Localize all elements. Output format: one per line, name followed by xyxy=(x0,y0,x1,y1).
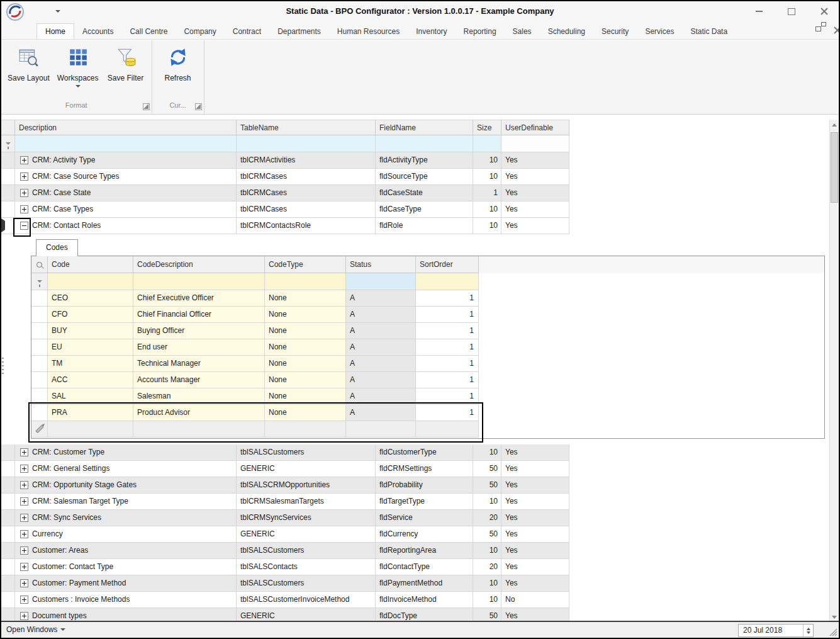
refresh-button[interactable]: Refresh xyxy=(155,42,201,98)
code-description-cell[interactable]: Chief Executive Officer xyxy=(133,290,265,307)
table-row[interactable]: CRM: Activity Type tblCRMActivities fldA… xyxy=(1,152,829,169)
code-type-cell[interactable]: None xyxy=(265,290,346,307)
code-cell[interactable]: CFO xyxy=(48,307,133,323)
table-row[interactable]: Customer: Areas tblSALSCustomers fldRepo… xyxy=(1,543,829,559)
ribbon-tab[interactable]: Reporting xyxy=(456,24,505,39)
code-row[interactable]: BUY Buying Officer None A 1 xyxy=(31,323,824,339)
ribbon-tab[interactable]: Call Centre xyxy=(121,24,176,39)
code-row[interactable]: SAL Salesman None A 1 xyxy=(31,388,824,405)
table-row[interactable]: Document types GENERIC fldDocType 50 Yes xyxy=(1,608,829,622)
code-type-cell[interactable]: None xyxy=(265,405,346,421)
table-row[interactable]: CRM: Customer Type tblSALSCustomers fldC… xyxy=(1,444,829,461)
date-spinner[interactable] xyxy=(803,625,813,636)
code-description-cell[interactable]: Chief Financial Officer xyxy=(133,307,265,323)
expand-icon[interactable] xyxy=(20,448,28,456)
code-description-cell[interactable]: Buying Officer xyxy=(133,323,265,339)
code-row[interactable]: CFO Chief Financial Officer None A 1 xyxy=(31,307,824,323)
save-layout-button[interactable]: Save Layout xyxy=(4,42,53,98)
new-code-row[interactable] xyxy=(31,421,824,438)
ribbon-tab[interactable]: Home xyxy=(36,23,74,39)
code-row[interactable]: ACC Accounts Manager None A 1 xyxy=(31,372,824,388)
column-header-code[interactable]: Code xyxy=(48,256,133,273)
expand-icon[interactable] xyxy=(20,497,28,506)
table-row[interactable]: CRM: General Settings GENERIC fldCRMSett… xyxy=(1,461,829,477)
filter-size-cell[interactable] xyxy=(473,135,501,152)
status-cell[interactable] xyxy=(346,421,416,438)
code-description-cell[interactable]: Salesman xyxy=(133,388,265,405)
workspaces-button[interactable]: Workspaces xyxy=(53,42,103,98)
table-row[interactable]: Customer: Payment Method tblSALSCustomer… xyxy=(1,575,829,592)
code-type-cell[interactable]: None xyxy=(265,372,346,388)
tab-codes[interactable]: Codes xyxy=(36,239,78,256)
code-description-cell[interactable]: Accounts Manager xyxy=(133,372,265,388)
splitter-grip[interactable] xyxy=(2,358,4,376)
code-cell[interactable]: CEO xyxy=(48,290,133,307)
code-row[interactable]: PRA Product Advisor None A 1 xyxy=(31,405,824,421)
filter-code-cell[interactable] xyxy=(48,273,133,290)
filter-sortorder-cell[interactable] xyxy=(416,273,479,290)
table-row[interactable]: Currency GENERIC fldCurrency 50 Yes xyxy=(1,526,829,543)
code-cell[interactable]: EU xyxy=(48,339,133,356)
expand-icon[interactable] xyxy=(20,172,28,181)
expand-icon[interactable] xyxy=(20,563,28,571)
filter-fieldname-cell[interactable] xyxy=(376,135,473,152)
expand-icon[interactable] xyxy=(20,596,28,604)
sort-order-cell[interactable]: 1 xyxy=(416,290,479,307)
resize-grip[interactable] xyxy=(827,626,837,636)
sort-order-cell[interactable]: 1 xyxy=(416,405,479,421)
table-row[interactable]: CRM: Case State tblCRMCases fldCaseState… xyxy=(1,185,829,201)
column-header-status[interactable]: Status xyxy=(346,256,416,273)
column-header-fieldname[interactable]: FieldName xyxy=(376,120,473,135)
column-header-sortorder[interactable]: SortOrder xyxy=(416,256,479,273)
column-header-tablename[interactable]: TableName xyxy=(237,120,376,135)
vertical-scrollbar[interactable] xyxy=(829,120,839,622)
ribbon-tab[interactable]: Accounts xyxy=(74,24,121,39)
sort-order-cell[interactable]: 1 xyxy=(416,307,479,323)
table-row[interactable]: CRM: Opportunity Stage Gates tblSALSCRMO… xyxy=(1,477,829,494)
filter-codedescription-cell[interactable] xyxy=(133,273,265,290)
ribbon-tab[interactable]: Contract xyxy=(225,24,269,39)
ribbon-tab[interactable]: Services xyxy=(637,24,682,39)
close-button[interactable] xyxy=(816,4,832,18)
date-editor[interactable]: 20 Jul 2018 xyxy=(738,624,814,637)
sort-order-cell[interactable]: 1 xyxy=(416,388,479,405)
column-header-userdefinable[interactable]: UserDefinable xyxy=(501,120,569,135)
open-windows-dropdown[interactable]: Open Windows xyxy=(6,625,65,634)
collapse-icon[interactable] xyxy=(20,222,28,230)
expand-icon[interactable] xyxy=(20,205,28,213)
filter-tablename-cell[interactable] xyxy=(237,135,376,152)
ribbon-tab[interactable]: Sales xyxy=(505,24,540,39)
code-type-cell[interactable]: None xyxy=(265,323,346,339)
code-row[interactable]: EU End user None A 1 xyxy=(31,339,824,356)
table-row[interactable]: CRM: Case Types tblCRMCases fldCaseType … xyxy=(1,201,829,218)
dialog-launcher-icon[interactable] xyxy=(143,103,150,110)
ribbon-tab[interactable]: Departments xyxy=(269,24,329,39)
expand-icon[interactable] xyxy=(20,156,28,164)
ribbon-tab[interactable]: Inventory xyxy=(408,24,455,39)
sort-order-cell[interactable]: 1 xyxy=(416,356,479,372)
column-header-description[interactable]: Description xyxy=(15,120,237,135)
sort-order-cell[interactable]: 1 xyxy=(416,372,479,388)
column-header-codedescription[interactable]: CodeDescription xyxy=(133,256,265,273)
ribbon-tab[interactable]: Security xyxy=(593,24,637,39)
scroll-up-button[interactable] xyxy=(830,120,839,130)
code-type-cell[interactable]: None xyxy=(265,339,346,356)
code-description-cell[interactable]: Product Advisor xyxy=(133,405,265,421)
filter-description-cell[interactable] xyxy=(15,135,237,152)
code-row[interactable]: TM Technical Manager None A 1 xyxy=(31,356,824,372)
expand-icon[interactable] xyxy=(20,612,28,620)
expand-icon[interactable] xyxy=(20,465,28,473)
filter-codetype-cell[interactable] xyxy=(265,273,346,290)
filter-status-cell[interactable] xyxy=(346,273,416,290)
code-description-cell[interactable]: Technical Manager xyxy=(133,356,265,372)
code-description-cell[interactable]: End user xyxy=(133,339,265,356)
expand-icon[interactable] xyxy=(20,514,28,522)
code-type-cell[interactable] xyxy=(265,421,346,438)
dialog-launcher-icon[interactable] xyxy=(195,103,202,110)
table-row-expanded[interactable]: CRM: Contact Roles tblCRMContactsRole fl… xyxy=(1,218,829,234)
ribbon-tab[interactable]: Company xyxy=(176,24,224,39)
sort-order-cell[interactable]: 1 xyxy=(416,323,479,339)
expand-icon[interactable] xyxy=(20,579,28,587)
code-description-cell[interactable] xyxy=(133,421,265,438)
filter-userdefinable-cell[interactable] xyxy=(501,135,569,152)
